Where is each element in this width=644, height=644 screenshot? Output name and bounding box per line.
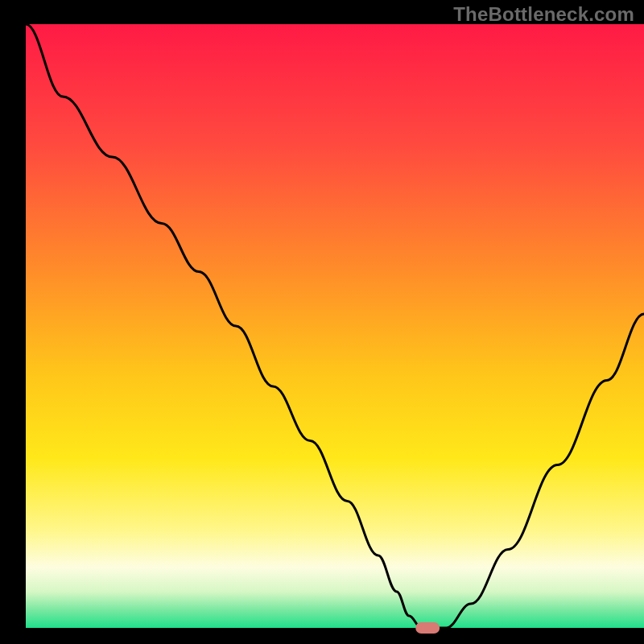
plot-background [26,24,644,628]
watermark-text: TheBottleneck.com [453,3,634,26]
bottleneck-chart [0,0,644,644]
chart-frame: TheBottleneck.com [0,0,644,644]
optimum-marker [415,622,440,634]
